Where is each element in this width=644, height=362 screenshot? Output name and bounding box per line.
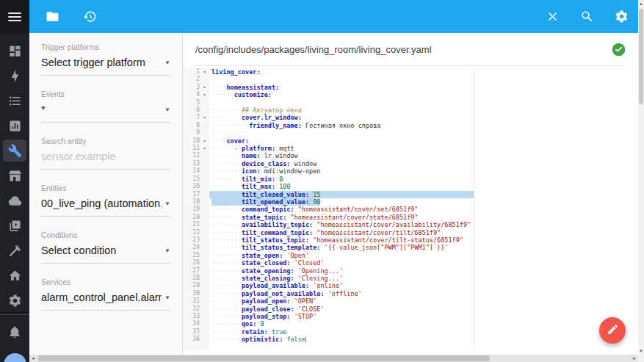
line-gutter: 31 bbox=[183, 297, 209, 305]
code-line-24[interactable]: 24········tilt_status_template:·'{{·valu… bbox=[183, 244, 474, 251]
history-icon[interactable] bbox=[82, 10, 97, 24]
settings-icon[interactable] bbox=[614, 10, 629, 24]
notifications-button[interactable] bbox=[3, 322, 26, 344]
code-line-28[interactable]: 28········state_closing:·'Closing...' bbox=[183, 275, 474, 282]
gear-icon bbox=[8, 294, 22, 308]
fold-arrow-icon[interactable]: ▾ bbox=[200, 84, 209, 91]
chevron-down-icon[interactable]: ▼ bbox=[164, 200, 170, 207]
scroll-left-arrow[interactable]: ◄ bbox=[29, 356, 37, 361]
code-line-33[interactable]: 33········payload_stop:·'STOP' bbox=[183, 313, 474, 320]
code-line-31[interactable]: 31········payload_open:·'OPEN' bbox=[183, 297, 474, 305]
sidebar-item-home[interactable] bbox=[3, 264, 26, 286]
line-number: 36 bbox=[183, 336, 200, 343]
code-line-18[interactable]: 18········tilt_opened_value:·90 bbox=[183, 198, 474, 206]
horizontal-scrollbar[interactable]: ◄ ► bbox=[29, 355, 638, 362]
code-line-29[interactable]: 29········payload_available:·'online' bbox=[183, 282, 474, 289]
code-line-15[interactable]: 15········tilt_min:·0 bbox=[183, 175, 474, 183]
code-line-16[interactable]: 16········tilt_max:·100 bbox=[183, 183, 474, 190]
fold-arrow-icon[interactable]: ▾ bbox=[200, 137, 209, 145]
code-line-22[interactable]: 22········tilt_command_topic:·"homeassis… bbox=[183, 229, 474, 236]
code-text: ········payload_close:·'CLOSE' bbox=[209, 305, 474, 313]
code-line-2[interactable]: 2 bbox=[183, 76, 474, 83]
code-line-11[interactable]: 11▾······-·platform:·mqtt bbox=[183, 145, 474, 152]
field-select[interactable]: *▼ bbox=[41, 104, 170, 123]
field-select[interactable]: Select trigger platform▼ bbox=[41, 57, 170, 76]
fold-arrow-icon[interactable]: ▾ bbox=[200, 114, 209, 121]
field-select[interactable]: alarm_control_panel.alarm_arm_aw…▼ bbox=[41, 292, 170, 311]
code-line-20[interactable]: 20········state_topic:·"homeassistant/co… bbox=[183, 214, 474, 221]
code-line-9[interactable]: 9·········· bbox=[183, 129, 474, 137]
sidebar-item-list[interactable] bbox=[3, 90, 26, 112]
vertical-scroll-thumb[interactable] bbox=[639, 9, 643, 104]
chevron-down-icon[interactable]: ▼ bbox=[164, 59, 170, 66]
close-icon[interactable] bbox=[545, 10, 560, 24]
yaml-code-editor[interactable]: 1▾living_cover:23▾····homeassistant:4▾··… bbox=[183, 68, 474, 350]
horizontal-scroll-thumb[interactable] bbox=[38, 355, 490, 361]
code-text: ········name:·lr_window bbox=[209, 152, 474, 159]
chevron-down-icon[interactable]: ▼ bbox=[164, 294, 170, 301]
code-line-10[interactable]: 10▾····cover: bbox=[183, 137, 474, 145]
sidebar-item-gear[interactable] bbox=[3, 289, 26, 311]
sidebar-item-wrench[interactable] bbox=[3, 140, 26, 162]
code-line-12[interactable]: 12········name:·lr_window bbox=[183, 152, 474, 159]
scroll-up-arrow[interactable]: ▲ bbox=[638, 0, 644, 7]
scroll-down-arrow[interactable]: ▼ bbox=[638, 347, 644, 355]
code-line-34[interactable]: 34········qos:·0 bbox=[183, 320, 474, 327]
sidebar-item-lightning-bolt[interactable] bbox=[3, 65, 26, 87]
line-number: 20 bbox=[183, 214, 200, 221]
sidebar-item-cloud[interactable] bbox=[3, 189, 26, 211]
file-path[interactable]: /config/includes/packages/living_room/li… bbox=[195, 44, 612, 55]
avatar[interactable]: a bbox=[4, 353, 26, 362]
field-conditions: ConditionsSelect condition▼ bbox=[41, 231, 170, 264]
sidebar-item-hacs-store[interactable] bbox=[3, 164, 26, 187]
code-line-19[interactable]: 19········command_topic:·"homeassistant/… bbox=[183, 206, 474, 213]
code-line-23[interactable]: 23········tilt_status_topic:·"homeassist… bbox=[183, 236, 474, 244]
search-icon[interactable] bbox=[579, 10, 594, 24]
fold-arrow-icon[interactable]: ▾ bbox=[200, 91, 209, 98]
code-line-6[interactable]: 6········##·Актуатор·окна bbox=[183, 106, 474, 114]
chevron-down-icon[interactable]: ▼ bbox=[164, 247, 170, 254]
code-line-35[interactable]: 35········retain:·true bbox=[183, 328, 474, 336]
code-line-4[interactable]: 4▾······customize: bbox=[183, 91, 474, 98]
code-line-14[interactable]: 14········icon:·mdi:window-open bbox=[183, 167, 474, 175]
sidebar-item-view-dashboard[interactable] bbox=[3, 40, 26, 62]
field-input[interactable]: sensor.example bbox=[41, 151, 170, 170]
field-services: Servicesalarm_control_panel.alarm_arm_aw… bbox=[41, 278, 170, 311]
line-number: 16 bbox=[183, 183, 200, 190]
code-line-17[interactable]: 17········tilt_closed_value:·15 bbox=[183, 191, 474, 198]
fold-arrow-icon[interactable]: ▾ bbox=[200, 68, 209, 76]
code-line-32[interactable]: 32········payload_close:·'CLOSE' bbox=[183, 305, 474, 313]
fold-spacer bbox=[200, 244, 209, 251]
code-text: ········tilt_status_template:·'{{·value_… bbox=[209, 244, 474, 251]
code-line-27[interactable]: 27········state_opening:·'Opening...' bbox=[183, 267, 474, 275]
menu-icon[interactable] bbox=[8, 12, 21, 21]
vertical-scrollbar[interactable]: ▲ ▼ bbox=[638, 0, 644, 355]
code-line-8[interactable]: 8··········friendly_name:·Гостиная·окно·… bbox=[183, 122, 474, 129]
code-line-26[interactable]: 26········state_closed:·'Closed' bbox=[183, 259, 474, 267]
code-line-13[interactable]: 13········device_class:·window bbox=[183, 160, 474, 167]
sidebar-item-chart-box[interactable] bbox=[3, 115, 26, 137]
code-line-3[interactable]: 3▾····homeassistant: bbox=[183, 84, 474, 91]
code-line-21[interactable]: 21········availability_topic:·"homeassis… bbox=[183, 221, 474, 228]
field-select[interactable]: Select condition▼ bbox=[41, 245, 170, 264]
code-text: ········optimistic:·false bbox=[209, 336, 474, 343]
code-line-5[interactable]: 5 bbox=[183, 99, 474, 106]
fold-arrow-icon[interactable]: ▾ bbox=[200, 145, 209, 152]
scroll-right-arrow[interactable]: ► bbox=[631, 356, 638, 361]
chevron-down-icon[interactable]: ▼ bbox=[164, 106, 170, 113]
code-line-25[interactable]: 25········state_open:·'Open' bbox=[183, 252, 474, 259]
folder-icon[interactable] bbox=[45, 10, 59, 24]
sidebar-item-hammer[interactable] bbox=[3, 239, 26, 261]
line-number: 13 bbox=[183, 160, 200, 167]
field-select[interactable]: 00_live_ping (automation.00_live_pi…▼ bbox=[41, 198, 170, 217]
code-line-1[interactable]: 1▾living_cover: bbox=[183, 68, 474, 76]
sidebar-item-media-play-box[interactable] bbox=[3, 214, 26, 236]
code-line-7[interactable]: 7▾········cover.lr_window: bbox=[183, 114, 474, 121]
line-number: 31 bbox=[183, 297, 200, 305]
fold-spacer bbox=[200, 191, 209, 198]
line-number: 28 bbox=[183, 275, 200, 282]
code-line-36[interactable]: 36········optimistic:·false bbox=[183, 336, 474, 343]
code-line-30[interactable]: 30········payload_not_available:·'offlin… bbox=[183, 290, 474, 297]
field-search-entity: Search entitysensor.example bbox=[41, 137, 170, 170]
edit-fab-button[interactable] bbox=[599, 317, 626, 344]
